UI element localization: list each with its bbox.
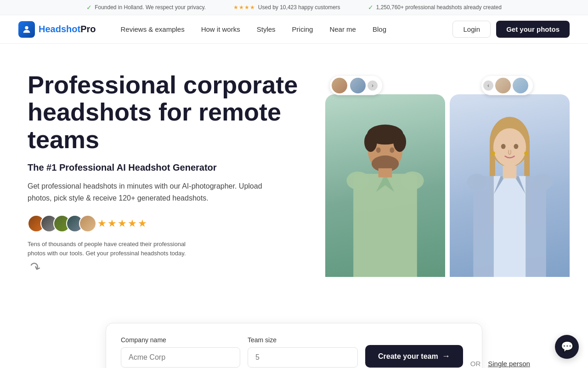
svg-point-23 bbox=[532, 174, 553, 190]
check-icon: ✓ bbox=[86, 4, 92, 11]
svg-point-6 bbox=[346, 172, 369, 190]
avatar-5 bbox=[79, 215, 96, 232]
arrow-icon: → bbox=[442, 351, 450, 361]
hero-subtitle: The #1 Professional AI Headshot Generato… bbox=[28, 162, 302, 173]
check-icon-2: ✓ bbox=[368, 4, 373, 11]
logo-text: HeadshotPro bbox=[39, 24, 96, 34]
social-proof: ★★★★★ bbox=[28, 215, 302, 232]
svg-point-25 bbox=[514, 144, 518, 149]
navigation: HeadshotPro Reviews & examples How it wo… bbox=[0, 15, 588, 44]
svg-point-7 bbox=[401, 172, 424, 190]
logo-link[interactable]: HeadshotPro bbox=[18, 21, 96, 38]
banner-text-headshots: 1,250,760+ professional headshots alread… bbox=[376, 4, 502, 11]
svg-point-22 bbox=[467, 174, 487, 190]
banner-item-headshots: ✓ 1,250,760+ professional headshots alre… bbox=[368, 4, 502, 11]
hero-right: › ‹ bbox=[321, 71, 560, 277]
preview-arrow-left: › bbox=[368, 80, 378, 91]
nav-item-styles[interactable]: Styles bbox=[250, 22, 282, 37]
chat-widget[interactable]: 💬 bbox=[555, 335, 579, 359]
headshot-images bbox=[325, 94, 570, 277]
hero-title: Professional corporate headshots for rem… bbox=[28, 71, 302, 153]
svg-point-26 bbox=[492, 151, 495, 155]
svg-point-9 bbox=[390, 147, 394, 153]
form-card: Company name Team size Create your team … bbox=[106, 323, 482, 368]
create-team-label: Create your team bbox=[378, 352, 438, 361]
preview-avatar-right1 bbox=[495, 78, 511, 93]
nav-item-how-it-works[interactable]: How it works bbox=[195, 22, 247, 37]
hero-section: Professional corporate headshots for rem… bbox=[0, 44, 588, 277]
male-silhouette bbox=[325, 115, 445, 277]
headshot-card-male bbox=[325, 94, 445, 277]
arrow-decoration: ↷ bbox=[27, 257, 43, 277]
svg-point-11 bbox=[364, 132, 377, 152]
nav-item-reviews[interactable]: Reviews & examples bbox=[114, 22, 191, 37]
svg-point-8 bbox=[376, 147, 381, 153]
svg-rect-3 bbox=[353, 174, 417, 277]
or-divider: OR bbox=[470, 360, 481, 368]
banner-text-founded: Founded in Holland. We respect your priv… bbox=[95, 4, 206, 11]
banner-text-customers: Used by 10,423 happy customers bbox=[258, 4, 340, 11]
hero-left: Professional corporate headshots for rem… bbox=[28, 71, 321, 277]
single-person-button[interactable]: Single person bbox=[488, 360, 530, 368]
banner-item-founded: ✓ Founded in Holland. We respect your pr… bbox=[86, 4, 206, 11]
hero-stars: ★★★★★ bbox=[97, 218, 148, 230]
svg-point-16 bbox=[493, 128, 526, 167]
headshot-card-female bbox=[450, 94, 570, 277]
preview-avatar-left bbox=[332, 78, 347, 93]
svg-rect-18 bbox=[494, 176, 526, 277]
female-silhouette bbox=[450, 115, 570, 277]
nav-actions: Login Get your photos bbox=[452, 21, 570, 38]
team-size-group: Team size bbox=[248, 336, 358, 368]
team-size-input[interactable] bbox=[248, 347, 358, 368]
company-name-input[interactable] bbox=[121, 347, 240, 368]
preview-arrow-right: ‹ bbox=[483, 80, 493, 91]
preview-avatar-left2 bbox=[350, 78, 366, 93]
avatar-group bbox=[28, 215, 92, 232]
form-row: Company name Team size Create your team … bbox=[121, 336, 467, 368]
hero-social-text: Tens of thousands of people have created… bbox=[28, 240, 193, 277]
form-section: Company name Team size Create your team … bbox=[0, 323, 588, 368]
nav-item-blog[interactable]: Blog bbox=[366, 22, 393, 37]
nav-item-near-me[interactable]: Near me bbox=[323, 22, 362, 37]
banner-item-customers: ★★★★ Used by 10,423 happy customers bbox=[233, 4, 340, 11]
svg-point-27 bbox=[524, 151, 528, 155]
stars-icon: ★★★★ bbox=[233, 4, 255, 11]
svg-point-0 bbox=[25, 26, 28, 29]
nav-links: Reviews & examples How it works Styles P… bbox=[114, 22, 452, 37]
preview-card-right: ‹ bbox=[481, 76, 533, 95]
company-name-group: Company name bbox=[121, 336, 240, 368]
svg-rect-21 bbox=[503, 166, 517, 178]
nav-item-pricing[interactable]: Pricing bbox=[286, 22, 320, 37]
preview-card-left: › bbox=[330, 76, 382, 95]
company-name-label: Company name bbox=[121, 336, 240, 344]
get-photos-button[interactable]: Get your photos bbox=[496, 21, 570, 38]
svg-rect-5 bbox=[379, 168, 392, 178]
hero-description: Get professional headshots in minutes wi… bbox=[28, 180, 266, 204]
logo-svg bbox=[22, 24, 32, 34]
top-banner: ✓ Founded in Holland. We respect your pr… bbox=[0, 0, 588, 15]
svg-point-24 bbox=[501, 144, 506, 149]
logo-icon bbox=[18, 21, 35, 38]
chat-icon: 💬 bbox=[561, 341, 573, 353]
create-team-button[interactable]: Create your team → bbox=[365, 345, 463, 368]
login-button[interactable]: Login bbox=[452, 21, 491, 38]
preview-avatar-right2 bbox=[513, 78, 528, 93]
svg-point-12 bbox=[393, 132, 406, 152]
team-size-label: Team size bbox=[248, 336, 358, 344]
